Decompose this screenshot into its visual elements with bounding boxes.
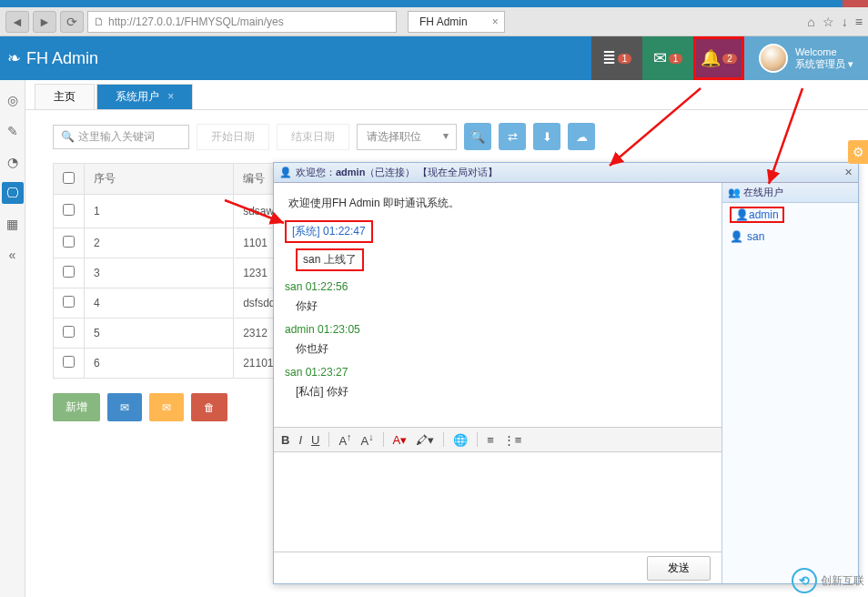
caret-down-icon: ▾	[848, 58, 853, 69]
users-icon: 👥	[728, 187, 741, 198]
message-action-button[interactable]: ✉	[149, 393, 184, 421]
download-icon[interactable]: ↓	[842, 15, 848, 29]
row-index: 3	[85, 258, 234, 288]
add-button[interactable]: 新增	[53, 393, 100, 421]
app-header: ❧ FH Admin ≣ 1 ✉ 1 🔔 2 Welcome 系统管理员 ▾	[0, 36, 868, 80]
chat-msg-head: admin 01:23:05	[285, 323, 711, 336]
search-input[interactable]: 🔍 这里输入关键词	[53, 125, 189, 149]
download-button[interactable]: ⬇	[533, 123, 560, 150]
browser-tab-label: FH Admin	[419, 15, 468, 28]
online-header-label: 在线用户	[743, 186, 783, 199]
send-button[interactable]: 发送	[647, 556, 711, 581]
online-user[interactable]: 👤admin	[722, 203, 858, 227]
sidebar-collapse-icon[interactable]: «	[2, 244, 24, 266]
tab-system-users-label: 系统用户	[116, 90, 159, 103]
start-date-input[interactable]: 开始日期	[197, 124, 269, 150]
font-color-button[interactable]: A▾	[393, 433, 408, 447]
search-icon: 🔍	[470, 130, 485, 144]
chat-msg-body: san 上线了	[285, 243, 711, 280]
chat-input[interactable]	[274, 452, 722, 552]
emoji-button[interactable]: 🌐	[453, 433, 468, 447]
sidebar-dashboard-icon[interactable]: ◔	[2, 151, 24, 173]
list-icon: ≣	[602, 48, 616, 68]
star-icon[interactable]: ☆	[823, 15, 834, 29]
chat-welcome-text: 欢迎使用FH Admin 即时通讯系统。	[285, 190, 711, 220]
sidebar-monitor-icon[interactable]: 🖵	[2, 182, 24, 204]
user-icon: 👤	[279, 167, 292, 178]
nav-refresh-button[interactable]: ⟳	[60, 11, 84, 33]
envelope-icon: ✉	[162, 401, 171, 414]
chat-dialog: 👤 欢迎您：admin（已连接） 【现在全局对话】 ✕ 欢迎使用FH Admin…	[273, 162, 859, 584]
delete-button[interactable]: 🗑	[191, 393, 227, 421]
tab-system-users[interactable]: 系统用户 ×	[96, 84, 193, 109]
trash-icon: 🗑	[204, 401, 215, 414]
browser-tab[interactable]: FH Admin ×	[408, 11, 505, 33]
row-checkbox[interactable]	[63, 326, 75, 338]
nav-back-button[interactable]: ◄	[5, 11, 29, 33]
position-select[interactable]: 请选择职位	[357, 124, 457, 150]
menu-icon[interactable]: ≡	[855, 15, 863, 29]
highlight-button[interactable]: 🖍▾	[416, 433, 434, 447]
tab-close-icon[interactable]: ×	[492, 15, 499, 28]
chat-msg-body: 你也好	[285, 336, 711, 366]
sidebar-grid-icon[interactable]: ▦	[2, 213, 24, 235]
tab-home[interactable]: 主页	[35, 84, 95, 109]
user-menu[interactable]: Welcome 系统管理员 ▾	[744, 36, 868, 80]
sidebar: ◎ ✎ ◔ 🖵 ▦ «	[0, 80, 25, 597]
list-numbered-button[interactable]: ≡	[487, 433, 494, 447]
row-checkbox[interactable]	[63, 236, 75, 248]
end-date-input[interactable]: 结束日期	[277, 124, 349, 150]
row-checkbox[interactable]	[63, 204, 75, 216]
welcome-label: Welcome	[795, 46, 853, 57]
chat-titlebar[interactable]: 👤 欢迎您：admin（已连接） 【现在全局对话】 ✕	[274, 163, 858, 183]
chat-msg-head: san 01:22:56	[285, 280, 711, 293]
row-checkbox[interactable]	[63, 356, 75, 368]
row-index: 5	[85, 319, 234, 349]
tab-close-icon[interactable]: ×	[167, 90, 174, 103]
browser-address-bar: ◄ ► ⟳ 🗋 http://127.0.0.1/FHMYSQL/main/ye…	[0, 7, 868, 36]
app-name: FH Admin	[26, 49, 98, 68]
header-alerts-button[interactable]: 🔔 2	[693, 36, 744, 80]
underline-button[interactable]: U	[311, 433, 319, 447]
chat-messages-area: 欢迎使用FH Admin 即时通讯系统。 [系统] 01:22:47san 上线…	[274, 183, 722, 427]
home-icon[interactable]: ⌂	[807, 15, 814, 29]
avatar	[759, 44, 788, 73]
url-field[interactable]: 🗋 http://127.0.0.1/FHMYSQL/main/yes	[87, 11, 397, 33]
nav-forward-button[interactable]: ►	[33, 11, 56, 33]
select-all-checkbox[interactable]	[63, 172, 75, 184]
envelope-icon: ✉	[653, 48, 667, 68]
list-bullet-button[interactable]: ⋮≡	[503, 433, 522, 447]
chat-msg-head: san 01:23:27	[285, 366, 711, 379]
chat-msg-body: 你好	[285, 293, 711, 323]
page-icon: 🗋	[94, 15, 105, 28]
alerts-badge: 2	[722, 54, 737, 64]
window-close-button[interactable]	[843, 0, 868, 7]
watermark: ⟲ 创新互联	[792, 568, 864, 593]
mail-action-button[interactable]: ✉	[107, 393, 142, 421]
side-ribbon-icon[interactable]: ⚙	[848, 140, 868, 164]
cloud-button[interactable]: ☁	[568, 123, 595, 150]
app-logo: ❧ FH Admin	[7, 48, 98, 68]
bold-button[interactable]: B	[281, 433, 289, 447]
col-index: 序号	[85, 164, 234, 195]
online-user[interactable]: 👤san	[722, 227, 858, 247]
bell-icon: 🔔	[701, 48, 721, 68]
sidebar-pencil-icon[interactable]: ✎	[2, 120, 24, 142]
url-text: http://127.0.0.1/FHMYSQL/main/yes	[108, 15, 284, 28]
row-checkbox[interactable]	[63, 266, 75, 278]
user-icon: 👤	[735, 208, 749, 221]
watermark-text: 创新互联	[821, 573, 864, 589]
search-button[interactable]: 🔍	[464, 123, 491, 150]
header-tasks-button[interactable]: ≣ 1	[591, 36, 642, 80]
header-mail-button[interactable]: ✉ 1	[642, 36, 693, 80]
font-size-down-button[interactable]: A↓	[361, 431, 374, 448]
page-tabs-row: 主页 系统用户 ×	[25, 80, 868, 110]
cloud-icon: ☁	[576, 130, 588, 144]
font-size-up-button[interactable]: A↑	[338, 431, 351, 448]
download-icon: ⬇	[542, 130, 552, 144]
sidebar-compass-icon[interactable]: ◎	[2, 89, 24, 111]
chat-close-button[interactable]: ✕	[844, 167, 853, 178]
row-checkbox[interactable]	[63, 296, 75, 308]
swap-button[interactable]: ⇄	[499, 123, 526, 150]
italic-button[interactable]: I	[298, 433, 302, 447]
